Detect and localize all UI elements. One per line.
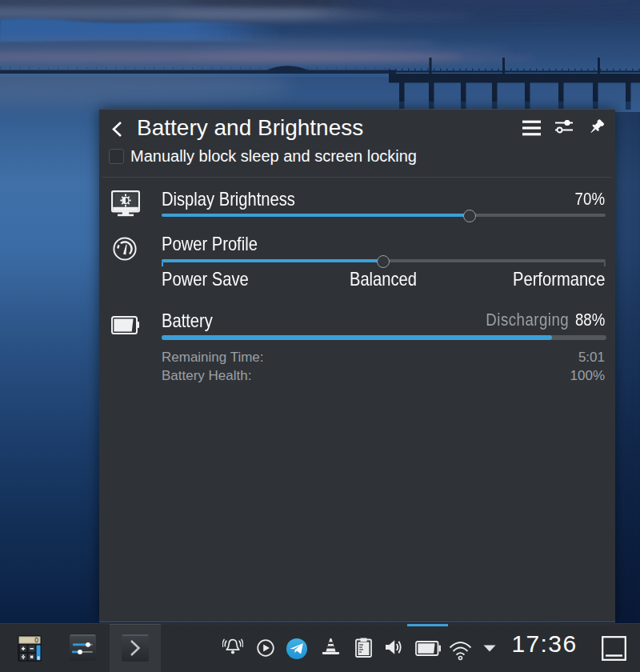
svg-text:0: 0 [34,636,38,644]
